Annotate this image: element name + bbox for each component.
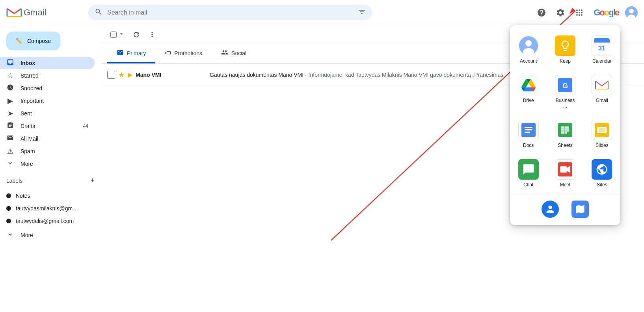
app-item-chat[interactable]: Chat (513, 154, 543, 192)
calendar-app-label: Calendar (592, 58, 612, 64)
labels-more-label: More (20, 232, 88, 238)
labels-add-icon[interactable]: + (90, 176, 95, 185)
svg-point-2 (629, 9, 634, 13)
maps-app-icon (571, 201, 589, 218)
all-mail-icon (6, 134, 14, 143)
app-item-maps[interactable] (568, 197, 592, 221)
select-all-btn[interactable] (107, 29, 128, 40)
apps-popup: Account Keep 31 Cale (510, 25, 620, 225)
more-nav-icon (6, 160, 14, 169)
sidebar-item-sent[interactable]: ➤ Sent (0, 107, 95, 120)
svg-rect-25 (599, 128, 605, 132)
chat-app-icon (518, 159, 539, 180)
svg-text:G: G (562, 82, 568, 90)
snoozed-icon (6, 84, 14, 93)
spam-icon: ⚠ (6, 147, 14, 156)
drive-app-icon (518, 75, 539, 95)
label-dot-label1 (6, 206, 11, 211)
header-right: Google (534, 5, 638, 20)
search-bar[interactable] (88, 5, 372, 20)
sidebar-item-important[interactable]: ▶ Important (0, 95, 95, 107)
tab-social-label: Social (231, 50, 246, 56)
sidebar-item-drafts[interactable]: Drafts 44 (0, 120, 95, 132)
svg-rect-17 (558, 123, 572, 137)
user-avatar[interactable] (625, 6, 638, 19)
select-dropdown-icon[interactable] (118, 31, 125, 38)
search-icon (95, 8, 102, 17)
sidebar-item-spam[interactable]: ⚠ Spam (0, 145, 95, 158)
meet-app-icon (555, 159, 575, 180)
sidebar-item-all-mail[interactable]: All Mail (0, 132, 95, 145)
label-item-label1[interactable]: tautvydasmilaknis@gmai... (0, 202, 95, 215)
gmail-m-icon (6, 7, 22, 18)
settings-icon-btn[interactable] (553, 5, 568, 20)
label-dot-label2 (6, 219, 11, 223)
email-preview: - Informuojame, kad Tautvydas Milaknis M… (305, 72, 503, 78)
sidebar-item-snoozed[interactable]: Snoozed (0, 82, 95, 95)
account-app-icon (518, 35, 539, 56)
gmail-app-icon (592, 75, 612, 95)
keep-app-icon (555, 35, 575, 56)
spam-label: Spam (20, 148, 88, 154)
app-item-calendar[interactable]: 31 Calendar (587, 31, 617, 69)
app-item-docs[interactable]: Docs (513, 115, 543, 153)
gmail-logo: Gmail (6, 7, 85, 18)
email-star-icon[interactable]: ★ (118, 71, 125, 79)
sent-label: Sent (20, 110, 88, 117)
docs-app-label: Docs (523, 143, 534, 148)
email-forward-icon[interactable]: ▶ (128, 71, 132, 78)
select-all-checkbox[interactable] (110, 32, 117, 38)
tab-promotions[interactable]: 🏷 Promotions (155, 44, 212, 63)
drafts-count: 44 (83, 123, 88, 129)
search-input[interactable] (107, 9, 353, 16)
app-item-sheets[interactable]: Sheets (550, 115, 580, 153)
contacts-app-icon (542, 201, 559, 218)
app-item-keep[interactable]: Keep (550, 31, 580, 69)
important-icon: ▶ (6, 97, 14, 105)
app-item-gmail[interactable]: Gmail (587, 70, 617, 113)
header: Gmail Google (0, 0, 644, 25)
label-text-label2: tautwydelis@gmail.com (16, 218, 74, 224)
app-item-drive[interactable]: Drive (513, 70, 543, 113)
business-app-label: Business ... (553, 98, 577, 109)
search-filter-icon[interactable] (358, 8, 366, 17)
label-item-label2[interactable]: tautwydelis@gmail.com (0, 215, 95, 227)
tab-primary[interactable]: Primary (107, 44, 155, 63)
tab-social[interactable]: Social (212, 44, 256, 63)
drafts-label: Drafts (20, 123, 77, 129)
labels-title: Labels (6, 178, 22, 184)
apps-grid-icon-btn[interactable] (571, 5, 587, 20)
sidebar-item-more[interactable]: More (0, 158, 95, 170)
more-toolbar-btn[interactable] (145, 29, 159, 40)
inbox-label: Inbox (20, 60, 88, 66)
drafts-icon (6, 122, 14, 131)
sites-app-label: Sites (597, 182, 607, 188)
inbox-icon (6, 58, 14, 68)
compose-button[interactable]: ✏️ Compose (6, 32, 60, 50)
label-item-notes[interactable]: Notes (0, 189, 95, 202)
app-item-account[interactable]: Account (513, 31, 543, 69)
app-item-sites[interactable]: Sites (587, 154, 617, 192)
sidebar-item-inbox[interactable]: Inbox (0, 57, 95, 69)
app-item-business[interactable]: G Business ... (550, 70, 580, 113)
social-tab-icon (221, 49, 228, 58)
sites-app-icon (592, 159, 612, 180)
svg-text:31: 31 (598, 45, 605, 52)
app-item-meet[interactable]: Meet (550, 154, 580, 192)
account-app-label: Account (520, 58, 537, 64)
sidebar-item-starred[interactable]: ☆ Starred (0, 69, 95, 82)
email-checkbox[interactable] (107, 71, 115, 79)
sidebar-item-labels-more[interactable]: More (0, 229, 95, 241)
keep-app-label: Keep (560, 58, 571, 64)
app-item-contacts[interactable] (538, 197, 562, 221)
meet-app-label: Meet (560, 182, 571, 188)
slides-app-label: Slides (596, 143, 609, 148)
primary-tab-icon (117, 49, 124, 58)
refresh-btn[interactable] (129, 29, 143, 40)
labels-header: Labels + (6, 176, 95, 185)
labels-more-icon (6, 231, 14, 240)
google-logo: Google (594, 7, 619, 18)
svg-rect-16 (525, 132, 530, 133)
support-icon-btn[interactable] (534, 5, 549, 20)
app-item-slides[interactable]: Slides (587, 115, 617, 153)
